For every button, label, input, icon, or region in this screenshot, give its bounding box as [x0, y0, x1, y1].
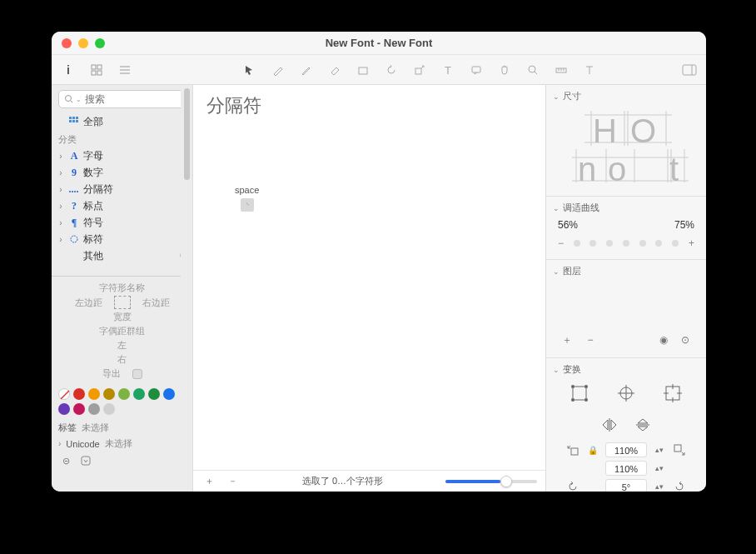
- scale-x-field[interactable]: 110%: [605, 442, 647, 457]
- curve-right-value[interactable]: 75%: [674, 219, 694, 231]
- sidebar-scrollbar[interactable]: [181, 85, 192, 327]
- letter-icon: A: [68, 150, 80, 162]
- svg-rect-1: [92, 65, 96, 69]
- zoom-slider[interactable]: [445, 480, 537, 483]
- panel-toggle-icon[interactable]: [679, 60, 699, 80]
- sidebar-item-separators[interactable]: › 分隔符: [52, 181, 192, 197]
- rotate-icon[interactable]: [381, 60, 401, 80]
- unicode-row[interactable]: › Unicode 未选择: [58, 437, 186, 450]
- annotate-icon[interactable]: [466, 60, 486, 80]
- svg-rect-25: [72, 117, 75, 119]
- rotate-field[interactable]: 5°: [605, 479, 647, 492]
- color-red[interactable]: [73, 388, 85, 400]
- glyph-label: space: [235, 185, 259, 195]
- section-layers[interactable]: ⌄图层: [553, 263, 699, 279]
- export-checkbox[interactable]: [132, 369, 142, 379]
- color-lime[interactable]: [118, 388, 130, 400]
- hand-tool-icon[interactable]: [495, 60, 515, 80]
- inspector: ⌄尺寸 H O n o t: [546, 85, 706, 492]
- search-field[interactable]: ⌄: [58, 90, 186, 108]
- minimize-button[interactable]: [78, 38, 88, 48]
- pen-tool-icon[interactable]: [268, 60, 288, 80]
- scale-y-field[interactable]: 110%: [605, 461, 647, 476]
- eraser-icon[interactable]: [325, 60, 345, 80]
- measure-icon[interactable]: [551, 60, 571, 80]
- remove-glyph-icon[interactable]: －: [225, 474, 240, 489]
- kern-group-label: 字偶距群组: [99, 325, 145, 337]
- svg-rect-8: [359, 67, 367, 74]
- canvas-body[interactable]: space ␠: [193, 127, 545, 470]
- align-center-icon[interactable]: [617, 384, 635, 405]
- svg-point-12: [529, 66, 535, 72]
- stepper-icon[interactable]: ▴▾: [652, 479, 667, 492]
- color-blue[interactable]: [163, 388, 175, 400]
- layer-menu-icon[interactable]: ⊙: [678, 332, 693, 347]
- zoom-icon[interactable]: [523, 60, 543, 80]
- section-transform[interactable]: ⌄变换: [553, 362, 699, 377]
- flip-h-icon[interactable]: [601, 418, 618, 434]
- plus-icon[interactable]: +: [689, 237, 694, 249]
- scale-icon[interactable]: [410, 60, 430, 80]
- rotate-cw-icon[interactable]: [672, 479, 687, 492]
- curve-left-value[interactable]: 56%: [558, 219, 578, 231]
- sidebar-item-letters[interactable]: › A 字母: [52, 147, 192, 164]
- sidebar-item-marks[interactable]: › 标符: [52, 231, 192, 247]
- svg-rect-72: [674, 445, 681, 452]
- stepper-icon[interactable]: ▴▾: [652, 442, 667, 457]
- unicode-value: 未选择: [105, 437, 132, 450]
- curve-dots[interactable]: − +: [553, 234, 699, 252]
- sidebar-item-punctuation[interactable]: › ? 标点: [52, 197, 192, 214]
- text-tool-icon[interactable]: T: [438, 60, 458, 80]
- color-olive[interactable]: [103, 388, 115, 400]
- color-orange[interactable]: [88, 388, 100, 400]
- sidebar-item-symbols[interactable]: › ¶ 符号: [52, 214, 192, 231]
- search-input[interactable]: [85, 93, 180, 105]
- section-curve[interactable]: ⌄调适曲线: [553, 200, 699, 216]
- glyph-cell-space[interactable]: space ␠: [235, 185, 259, 212]
- lock-icon[interactable]: 🔒: [585, 442, 600, 457]
- tags-row[interactable]: 标签 未选择: [58, 422, 186, 434]
- chevron-right-icon: ›: [58, 439, 61, 448]
- add-glyph-icon[interactable]: ＋: [201, 474, 216, 489]
- scale-up-icon[interactable]: [672, 442, 687, 457]
- sidebar-item-numbers[interactable]: › 9 数字: [52, 164, 192, 181]
- select-tool-icon[interactable]: [240, 60, 260, 80]
- filter-toggle-icon[interactable]: ⊝: [58, 453, 73, 468]
- scale-down-icon[interactable]: [565, 442, 580, 457]
- grid-view-icon[interactable]: [87, 60, 107, 80]
- dropdown-icon[interactable]: [78, 453, 93, 468]
- minus-icon[interactable]: −: [558, 237, 564, 249]
- color-darkgreen[interactable]: [148, 388, 160, 400]
- flip-v-icon[interactable]: [634, 418, 651, 434]
- color-lightgray[interactable]: [103, 403, 115, 415]
- shape-tool-icon[interactable]: [353, 60, 373, 80]
- chevron-right-icon: ›: [57, 168, 65, 177]
- maximize-button[interactable]: [95, 38, 105, 48]
- visibility-icon[interactable]: ◉: [656, 332, 671, 347]
- sidebar-item-other[interactable]: 其他 0: [52, 247, 192, 264]
- color-green[interactable]: [133, 388, 145, 400]
- export-label: 导出: [102, 367, 121, 380]
- align-icon[interactable]: [579, 60, 599, 80]
- toolbar: i T: [52, 55, 706, 85]
- list-view-icon[interactable]: [115, 60, 135, 80]
- stepper-icon[interactable]: ▴▾: [652, 461, 667, 476]
- close-button[interactable]: [62, 38, 72, 48]
- section-size[interactable]: ⌄尺寸: [553, 88, 699, 104]
- align-bounds-icon[interactable]: [570, 384, 589, 405]
- clear-color-icon[interactable]: [58, 388, 70, 400]
- pencil-icon[interactable]: [296, 60, 316, 80]
- rotate-ccw-icon[interactable]: [565, 479, 580, 492]
- remove-layer-icon[interactable]: −: [583, 332, 598, 347]
- align-box-icon[interactable]: [664, 384, 682, 405]
- search-icon: [64, 94, 72, 104]
- info-icon[interactable]: i: [58, 60, 78, 80]
- svg-rect-29: [76, 120, 78, 122]
- sidebar-item-all[interactable]: 全部: [52, 113, 192, 130]
- tags-value: 未选择: [82, 422, 109, 434]
- color-magenta[interactable]: [73, 403, 85, 415]
- color-purple[interactable]: [58, 403, 70, 415]
- color-gray[interactable]: [88, 403, 100, 415]
- svg-point-61: [620, 387, 632, 399]
- add-layer-icon[interactable]: ＋: [560, 332, 574, 347]
